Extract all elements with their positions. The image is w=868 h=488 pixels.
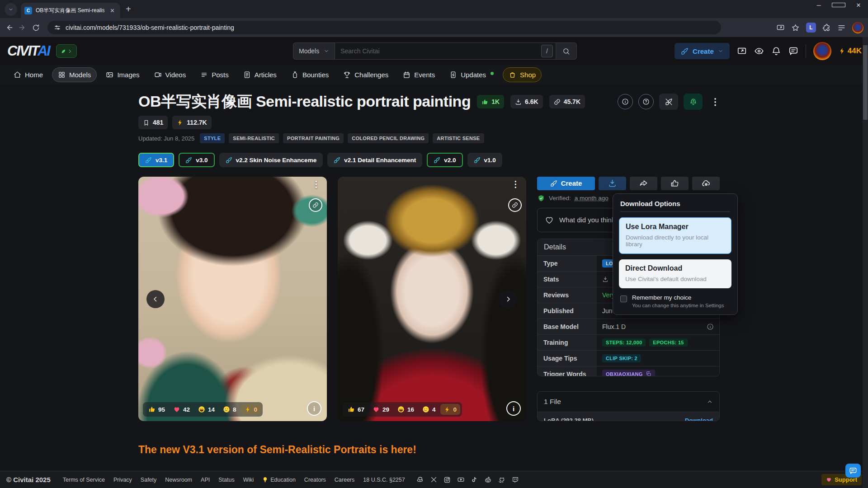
reading-list-icon[interactable] xyxy=(837,23,846,32)
extension-l-icon[interactable]: L xyxy=(806,23,816,33)
nav-item-models[interactable]: Models xyxy=(52,67,97,82)
reaction-laugh[interactable]: 14 xyxy=(194,404,218,415)
version-v3-0[interactable]: v3.0 xyxy=(179,153,214,167)
bookmark-star-icon[interactable] xyxy=(791,23,800,32)
nav-item-images[interactable]: Images xyxy=(100,68,145,82)
version-v2-2[interactable]: v2.2 Skin Noise Enhanceme xyxy=(219,153,323,167)
discord-icon[interactable] xyxy=(416,476,424,483)
remember-choice-checkbox[interactable] xyxy=(620,296,627,302)
reaction-thumbs-up[interactable]: 67 xyxy=(344,404,368,415)
tag-colored-pencil[interactable]: COLORED PENCIL DRAWING xyxy=(348,133,429,143)
verified-time-link[interactable]: a month ago xyxy=(575,195,609,202)
reaction-bolt[interactable]: 0 xyxy=(241,404,261,415)
footer-link-2257[interactable]: 18 U.S.C. §2257 xyxy=(363,477,405,483)
instagram-icon[interactable] xyxy=(443,476,451,483)
info-button[interactable] xyxy=(618,94,633,109)
nav-item-videos[interactable]: Videos xyxy=(149,68,192,82)
notify-button[interactable] xyxy=(684,94,703,110)
share-button[interactable] xyxy=(630,177,657,190)
tab-search-button[interactable] xyxy=(5,3,17,16)
more-options-button[interactable]: ⋮ xyxy=(708,96,722,107)
create-button[interactable]: Create xyxy=(537,177,595,190)
version-v2-0[interactable]: v2.0 xyxy=(427,153,462,167)
info-icon[interactable] xyxy=(707,323,714,330)
collapse-chevron-icon[interactable] xyxy=(707,399,713,405)
new-tab-button[interactable]: + xyxy=(126,4,131,14)
tiktok-icon[interactable] xyxy=(471,476,478,483)
footer-link-creators[interactable]: Creators xyxy=(304,477,326,483)
gallery-image-2[interactable]: ⋮ 67 29 16 4 0 i xyxy=(338,177,526,421)
direct-download-option[interactable]: Direct Download Use Civitai's default do… xyxy=(619,259,731,288)
footer-link-newsroom[interactable]: Newsroom xyxy=(165,477,192,483)
reaction-cry[interactable]: 4 xyxy=(419,404,439,415)
like-count-badge[interactable]: 1K xyxy=(477,95,504,108)
download-count-badge[interactable]: 6.6K xyxy=(510,95,543,108)
x-icon[interactable] xyxy=(430,476,437,483)
nav-item-home[interactable]: Home xyxy=(8,68,48,82)
tag-portrait-painting[interactable]: PORTRAIT PAINTING xyxy=(283,133,344,143)
carousel-prev-button[interactable] xyxy=(146,290,165,308)
browser-profile-avatar[interactable] xyxy=(852,22,863,33)
maximize-button[interactable] xyxy=(832,2,845,9)
scrollbar-thumb[interactable] xyxy=(863,45,868,120)
trigger-word-badge[interactable]: OBXIAOXIANG xyxy=(602,370,655,376)
footer-link-safety[interactable]: Safety xyxy=(141,477,156,483)
nav-item-events[interactable]: Events xyxy=(397,68,440,82)
search-input[interactable] xyxy=(335,47,556,55)
footer-link-careers[interactable]: Careers xyxy=(335,477,354,483)
reaction-heart[interactable]: 29 xyxy=(369,404,393,415)
nav-item-bounties[interactable]: Bounties xyxy=(286,68,334,82)
file-download-link[interactable]: Download xyxy=(685,417,713,421)
image-link-button[interactable] xyxy=(508,198,522,212)
holiday-badge[interactable] xyxy=(56,44,77,58)
nav-item-challenges[interactable]: Challenges xyxy=(338,68,394,82)
minimize-button[interactable]: ─ xyxy=(812,2,826,9)
screen-share-icon[interactable] xyxy=(737,46,747,56)
rate-button[interactable] xyxy=(661,177,689,190)
civitai-logo[interactable]: CIVITAI xyxy=(7,43,50,59)
hide-generation-button[interactable] xyxy=(659,94,678,110)
page-scrollbar[interactable] xyxy=(863,37,868,488)
search-button[interactable] xyxy=(556,42,577,60)
tab-close-icon[interactable]: ✕ xyxy=(108,6,117,15)
footer-link-status[interactable]: Status xyxy=(218,477,234,483)
reaction-heart[interactable]: 42 xyxy=(170,404,193,415)
vault-button[interactable] xyxy=(692,177,720,190)
nav-item-articles[interactable]: Articles xyxy=(238,68,282,82)
image-menu-icon[interactable]: ⋮ xyxy=(511,182,520,187)
youtube-icon[interactable] xyxy=(457,476,465,483)
back-button[interactable] xyxy=(5,23,14,32)
reaction-bolt[interactable]: 0 xyxy=(440,404,461,415)
gallery-image-1[interactable]: ⋮ 95 42 14 8 0 i xyxy=(138,177,327,421)
footer-link-api[interactable]: API xyxy=(201,477,210,483)
footer-link-privacy[interactable]: Privacy xyxy=(113,477,132,483)
version-v1-0[interactable]: v1.0 xyxy=(467,153,502,167)
user-avatar[interactable] xyxy=(813,42,831,60)
close-button[interactable]: ✕ xyxy=(852,2,865,9)
twitch-icon[interactable] xyxy=(512,476,519,483)
nav-item-updates[interactable]: Updates xyxy=(444,68,499,82)
extensions-puzzle-icon[interactable] xyxy=(822,23,831,32)
eye-alert-icon[interactable] xyxy=(754,46,764,56)
tag-semi-realistic[interactable]: SEMI-REALISTIC xyxy=(229,133,279,143)
footer-link-wiki[interactable]: Wiki xyxy=(243,477,254,483)
header-create-button[interactable]: Create xyxy=(675,43,730,59)
browser-tab[interactable]: C OB半写实肖像画 Semi-realisti ✕ xyxy=(21,3,120,18)
version-v2-1[interactable]: v2.1 Detail Enhancement xyxy=(327,153,422,167)
address-bar[interactable]: civitai.com/models/731933/ob-semi-realis… xyxy=(47,21,721,34)
image-menu-icon[interactable]: ⋮ xyxy=(312,182,321,187)
cast-icon[interactable] xyxy=(776,23,785,32)
energy-count-badge[interactable]: 112.7K xyxy=(172,116,211,129)
bell-icon[interactable] xyxy=(771,46,781,56)
reaction-thumbs-up[interactable]: 95 xyxy=(145,404,169,415)
reload-button[interactable] xyxy=(32,23,40,32)
site-settings-icon[interactable] xyxy=(54,24,61,31)
nav-item-shop[interactable]: Shop xyxy=(503,67,542,82)
image-info-button[interactable]: i xyxy=(307,401,321,416)
footer-link-terms[interactable]: Terms of Service xyxy=(63,477,105,483)
forward-button[interactable] xyxy=(18,23,27,32)
reaction-cry[interactable]: 8 xyxy=(219,404,240,415)
help-button[interactable] xyxy=(638,94,654,109)
tag-artistic-sense[interactable]: ARTISTIC SENSE xyxy=(433,133,484,143)
buzz-balance[interactable]: 44K xyxy=(839,47,862,56)
